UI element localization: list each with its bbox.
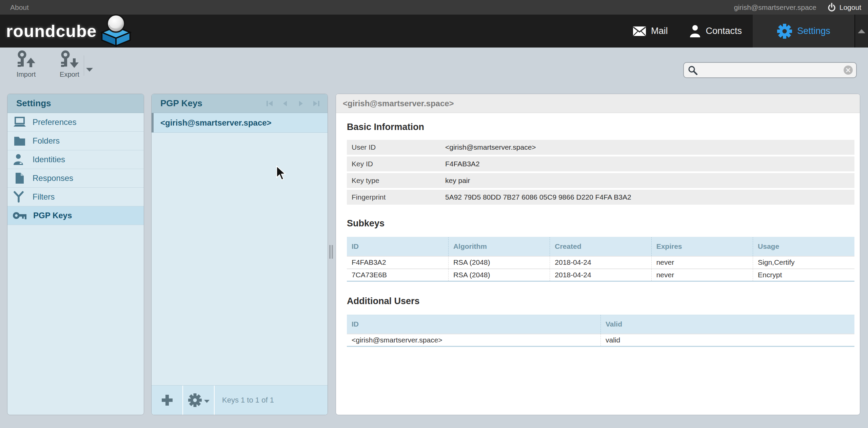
options-caret-icon bbox=[204, 400, 210, 403]
sidebar-item-filters[interactable]: Filters bbox=[7, 188, 144, 206]
about-link[interactable]: About bbox=[10, 3, 29, 12]
column-header: Created bbox=[550, 237, 651, 256]
next-page-icon[interactable] bbox=[297, 100, 304, 107]
column-header: ID bbox=[347, 237, 448, 256]
info-value: key pair bbox=[445, 176, 470, 185]
logged-in-user: girish@smartserver.space bbox=[734, 3, 816, 12]
key-details-title: <girish@smartserver.space> bbox=[343, 99, 454, 108]
info-value: 5A92 79D5 80DD 7B27 6086 05C9 9866 D220 … bbox=[445, 193, 631, 201]
sidebar-item-label: Preferences bbox=[33, 117, 76, 127]
cell: 2018-04-24 bbox=[550, 256, 651, 269]
cell: Encrypt bbox=[753, 269, 854, 281]
column-header: ID bbox=[347, 315, 601, 334]
tab-settings[interactable]: Settings bbox=[753, 15, 855, 48]
table-row: F4FAB3A2 RSA (2048) 2018-04-24 never Sig… bbox=[347, 256, 854, 269]
search-input[interactable] bbox=[701, 66, 844, 74]
logout-button[interactable]: Logout bbox=[827, 3, 861, 12]
import-label: Import bbox=[17, 71, 36, 78]
info-value: <girish@smartserver.space> bbox=[445, 143, 536, 151]
export-key-icon bbox=[59, 50, 80, 69]
column-header: Expires bbox=[651, 237, 753, 256]
info-label: User ID bbox=[347, 143, 445, 151]
sidebar-item-label: Folders bbox=[33, 136, 60, 146]
sidebar-item-folders[interactable]: Folders bbox=[7, 132, 144, 150]
panel-splitter-handle[interactable] bbox=[329, 245, 333, 259]
document-icon bbox=[13, 172, 26, 184]
folder-icon bbox=[13, 135, 26, 146]
info-label: Fingerprint bbox=[347, 193, 445, 201]
cell: Sign,Certify bbox=[753, 256, 854, 269]
sidebar-item-label: Responses bbox=[33, 173, 73, 183]
subkeys-table: ID Algorithm Created Expires Usage F4FAB… bbox=[347, 237, 854, 282]
sidebar-item-label: Filters bbox=[33, 192, 55, 202]
tab-settings-label: Settings bbox=[797, 26, 830, 36]
additional-users-heading: Additional Users bbox=[347, 296, 854, 306]
taskbar-collapse-button[interactable] bbox=[855, 15, 868, 48]
pgp-key-icon bbox=[13, 210, 27, 221]
cell: 7CA73E6B bbox=[347, 269, 448, 281]
main-tabs: Mail Contacts Settings bbox=[622, 15, 868, 48]
settings-sidebar-panel: Settings Preferences Folders Identities … bbox=[7, 94, 144, 415]
pgp-key-list-item-label: <girish@smartserver.space> bbox=[160, 118, 272, 128]
additional-users-table: ID Valid <girish@smartserver.space> vali… bbox=[347, 315, 854, 347]
logo-text: roundcube bbox=[6, 21, 97, 41]
table-row: 7CA73E6B RSA (2048) 2018-04-24 never Enc… bbox=[347, 269, 854, 281]
info-label: Key type bbox=[347, 176, 445, 185]
tab-contacts[interactable]: Contacts bbox=[678, 15, 753, 48]
settings-panel-header: Settings bbox=[7, 94, 144, 113]
info-row-user-id: User ID <girish@smartserver.space> bbox=[347, 140, 854, 155]
import-key-icon bbox=[15, 50, 37, 69]
search-box: ✕ bbox=[683, 62, 857, 78]
column-header: Valid bbox=[601, 315, 855, 334]
export-label: Export bbox=[60, 71, 79, 78]
identity-person-icon bbox=[13, 154, 26, 165]
collapse-arrow-icon bbox=[858, 29, 865, 33]
logout-label: Logout bbox=[840, 3, 861, 12]
key-details-panel: <girish@smartserver.space> Basic Informa… bbox=[336, 94, 860, 415]
power-icon bbox=[827, 3, 836, 12]
subkeys-header-row: ID Algorithm Created Expires Usage bbox=[347, 237, 854, 256]
sidebar-item-label: Identities bbox=[33, 155, 65, 164]
info-row-key-type: Key type key pair bbox=[347, 173, 854, 188]
basic-information-heading: Basic Information bbox=[347, 122, 854, 132]
plus-icon bbox=[161, 394, 174, 407]
subkeys-heading: Subkeys bbox=[347, 218, 854, 229]
import-button[interactable]: Import bbox=[13, 50, 40, 83]
info-value: F4FAB3A2 bbox=[445, 160, 480, 168]
logo-cube-icon bbox=[99, 13, 133, 47]
cell: RSA (2048) bbox=[448, 269, 550, 281]
keys-panel-footer: Keys 1 to 1 of 1 bbox=[152, 385, 328, 415]
cell: RSA (2048) bbox=[448, 256, 550, 269]
sidebar-item-pgp-keys[interactable]: PGP Keys bbox=[7, 206, 144, 225]
clear-search-icon[interactable]: ✕ bbox=[844, 66, 853, 75]
sidebar-item-identities[interactable]: Identities bbox=[7, 150, 144, 169]
info-row-key-id: Key ID F4FAB3A2 bbox=[347, 156, 854, 171]
cell: never bbox=[651, 256, 753, 269]
pgp-key-list-item[interactable]: <girish@smartserver.space> bbox=[152, 113, 328, 133]
key-details-header: <girish@smartserver.space> bbox=[336, 94, 860, 113]
search-icon[interactable] bbox=[688, 66, 697, 75]
sidebar-item-label: PGP Keys bbox=[33, 211, 72, 220]
tab-mail[interactable]: Mail bbox=[622, 15, 679, 48]
cell: F4FAB3A2 bbox=[347, 256, 448, 269]
last-page-icon[interactable] bbox=[313, 100, 320, 107]
gear-icon bbox=[188, 393, 202, 407]
export-dropdown-caret[interactable] bbox=[86, 68, 93, 72]
info-row-fingerprint: Fingerprint 5A92 79D5 80DD 7B27 6086 05C… bbox=[347, 190, 854, 205]
column-header: Usage bbox=[753, 237, 854, 256]
users-header-row: ID Valid bbox=[347, 315, 854, 334]
previous-page-icon[interactable] bbox=[281, 100, 289, 107]
toolbar-divider bbox=[84, 55, 84, 76]
table-row: <girish@smartserver.space> valid bbox=[347, 334, 854, 347]
sidebar-item-preferences[interactable]: Preferences bbox=[7, 113, 144, 132]
sidebar-item-responses[interactable]: Responses bbox=[7, 169, 144, 188]
export-button[interactable]: Export bbox=[56, 50, 83, 83]
add-key-button[interactable] bbox=[152, 386, 183, 415]
key-options-button[interactable] bbox=[183, 386, 215, 415]
roundcube-logo: roundcube bbox=[6, 15, 133, 48]
info-label: Key ID bbox=[347, 160, 445, 168]
keys-panel-header: PGP Keys bbox=[152, 94, 328, 113]
first-page-icon[interactable] bbox=[266, 100, 273, 107]
key-details-body: Basic Information User ID <girish@smarts… bbox=[336, 122, 860, 347]
mail-icon bbox=[633, 26, 646, 36]
